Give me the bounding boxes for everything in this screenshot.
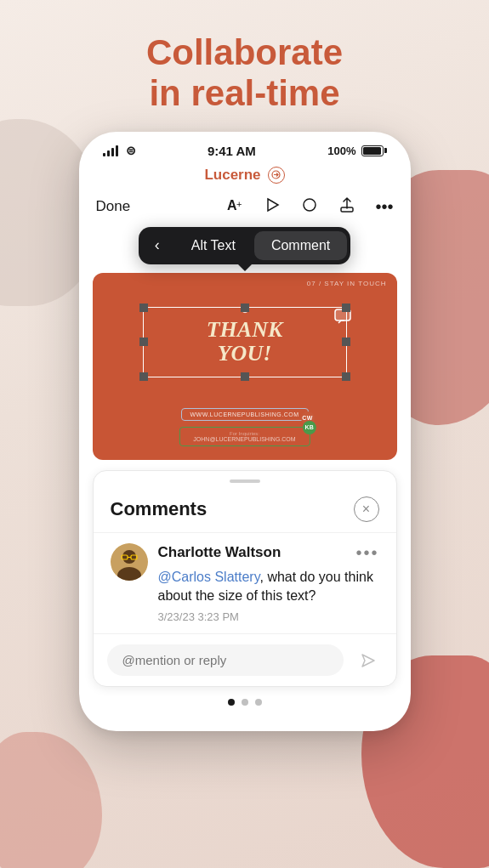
handle-bottom-middle[interactable] — [241, 372, 249, 381]
dot-2[interactable] — [242, 699, 248, 706]
reply-input[interactable] — [107, 644, 344, 676]
handle-bottom-right[interactable] — [342, 372, 350, 381]
pagination-dots — [79, 687, 411, 711]
popover: ‹ Alt Text Comment — [139, 227, 351, 264]
title-line2: in real-time — [149, 73, 339, 113]
drag-handle[interactable] — [94, 471, 396, 486]
send-button[interactable] — [352, 645, 383, 676]
comments-header: Comments × — [94, 486, 396, 532]
phone-mockup: ⊜ 9:41 AM 100% Lucerne Done — [79, 132, 411, 732]
signal-bar-4 — [116, 145, 118, 156]
reply-area — [94, 633, 396, 686]
status-right: 100% — [327, 145, 386, 157]
signal-bars — [103, 145, 118, 156]
selection-handles: THANKYOU! — [143, 307, 347, 377]
selected-text-box[interactable]: THANKYOU! — [143, 307, 347, 377]
alt-text-option[interactable]: Alt Text — [174, 231, 253, 260]
status-time: 9:41 AM — [208, 144, 256, 158]
signal-bar-2 — [107, 150, 110, 156]
handle-top-right[interactable] — [342, 304, 350, 312]
title-line1: Collaborate — [146, 32, 343, 72]
popover-container: ‹ Alt Text Comment — [79, 227, 411, 264]
dot-3[interactable] — [255, 699, 262, 706]
battery-body — [361, 145, 384, 156]
bottom-sheet: Comments × Charlot — [93, 470, 397, 688]
circle-icon[interactable] — [300, 196, 319, 218]
email-box[interactable]: For Inquiries: JOHN@LUCERNEPUBLISHING.CO… — [179, 427, 310, 446]
comment-header-row: Charlotte Waltson ••• — [158, 543, 379, 563]
svg-text:+: + — [236, 199, 242, 209]
mention-text[interactable]: @Carlos Slattery — [158, 570, 260, 584]
signal-bar-3 — [111, 148, 114, 156]
play-icon[interactable] — [263, 196, 281, 218]
handle-top-middle[interactable] — [241, 304, 249, 312]
svg-marker-4 — [268, 199, 278, 211]
comment-content: Charlotte Waltson ••• @Carlos Slattery, … — [158, 543, 379, 624]
thank-you-text: THANKYOU! — [154, 315, 336, 370]
comment-option[interactable]: Comment — [254, 231, 347, 260]
popover-back-button[interactable]: ‹ — [142, 230, 173, 261]
commenter-name: Charlotte Waltson — [158, 544, 281, 561]
doc-name-bar: Lucerne — [79, 163, 411, 190]
more-icon[interactable]: ••• — [375, 197, 393, 217]
dot-1[interactable] — [228, 699, 235, 706]
battery-icon — [361, 145, 387, 156]
battery-fill — [363, 147, 381, 155]
text-icon[interactable]: A + — [225, 196, 244, 218]
toolbar: Done A + — [79, 190, 411, 225]
done-button[interactable]: Done — [96, 198, 131, 215]
toolbar-icons: A + — [225, 196, 393, 218]
handle-bottom-left[interactable] — [139, 372, 148, 381]
close-icon: × — [362, 502, 370, 517]
share-icon[interactable] — [268, 167, 285, 184]
comment-timestamp: 3/23/23 3:23 PM — [158, 610, 379, 623]
svg-point-5 — [304, 199, 316, 211]
canvas-area[interactable]: 07 / STAY IN TOUCH ↻ THANKYOU! — [93, 273, 397, 460]
email-text: JOHN@LUCERNEPUBLISHING.COM — [193, 436, 295, 442]
bg-blob-bottom-left — [0, 732, 102, 868]
url-box[interactable]: WWW.LUCERNEPUBLISHING.COM CW — [180, 408, 308, 421]
doc-name: Lucerne — [204, 167, 260, 184]
comment-menu-button[interactable]: ••• — [355, 543, 378, 563]
drag-handle-pill — [230, 479, 260, 483]
handle-top-left[interactable] — [139, 304, 148, 312]
comment-item: Charlotte Waltson ••• @Carlos Slattery, … — [94, 532, 396, 634]
canvas-label: 07 / STAY IN TOUCH — [307, 280, 387, 287]
battery-percent: 100% — [327, 145, 355, 157]
comments-title: Comments — [111, 498, 208, 520]
page-title: Collaborate in real-time — [0, 32, 489, 115]
close-comments-button[interactable]: × — [354, 496, 379, 522]
handle-middle-right[interactable] — [342, 338, 350, 346]
status-bar: ⊜ 9:41 AM 100% — [79, 132, 411, 163]
url-text: WWW.LUCERNEPUBLISHING.COM — [190, 411, 299, 417]
avatar — [111, 543, 148, 581]
share-toolbar-icon[interactable] — [338, 196, 356, 218]
wifi-icon: ⊜ — [126, 144, 136, 157]
comment-text: @Carlos Slattery, what do you think abou… — [158, 568, 379, 606]
signal-bar-1 — [103, 153, 105, 156]
kb-badge: KB — [303, 421, 316, 434]
page-title-area: Collaborate in real-time — [0, 0, 489, 132]
svg-rect-6 — [341, 207, 353, 212]
status-left: ⊜ — [103, 144, 136, 157]
handle-middle-left[interactable] — [139, 338, 148, 346]
email-label-top: For Inquiries: — [193, 431, 295, 436]
battery-tip — [384, 148, 387, 153]
